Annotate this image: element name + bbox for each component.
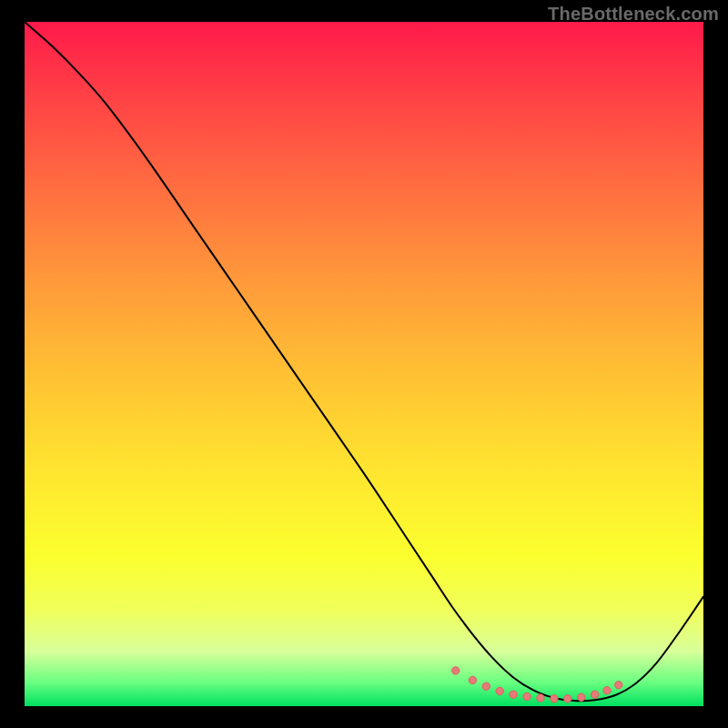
highlight-dot bbox=[496, 687, 503, 694]
highlight-dot bbox=[564, 695, 571, 703]
highlight-dot bbox=[591, 691, 598, 698]
bottleneck-curve bbox=[25, 22, 703, 701]
plot-svg bbox=[25, 22, 703, 706]
highlight-dot bbox=[482, 682, 490, 690]
highlight-dot bbox=[523, 693, 531, 700]
watermark-text: TheBottleneck.com bbox=[548, 4, 719, 25]
highlight-dot bbox=[551, 695, 558, 703]
highlight-dot bbox=[578, 693, 585, 701]
highlight-dot bbox=[537, 694, 544, 702]
highlight-dot bbox=[469, 676, 476, 683]
highlight-dot bbox=[452, 667, 460, 674]
highlight-dots-group bbox=[452, 667, 622, 703]
highlight-dot bbox=[510, 691, 517, 698]
highlight-dot bbox=[603, 687, 611, 694]
chart-area bbox=[25, 22, 703, 706]
highlight-dot bbox=[615, 681, 622, 688]
